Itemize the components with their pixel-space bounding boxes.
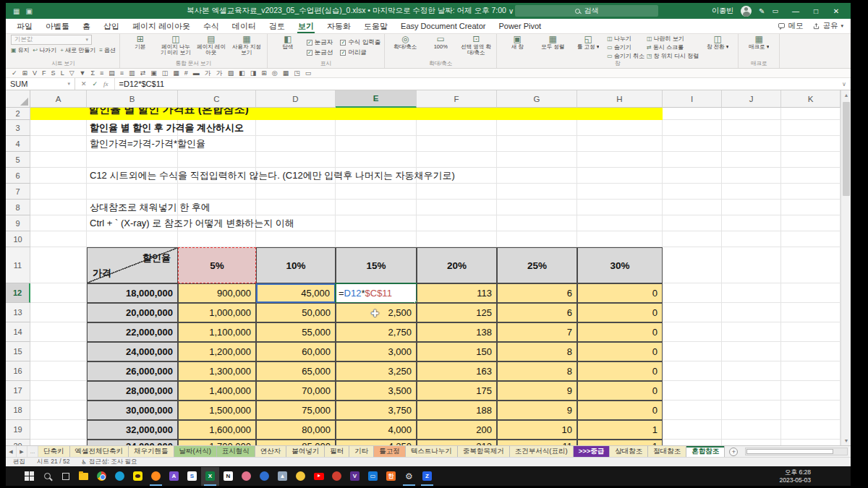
sheet-tab-필터[interactable]: 필터 [325, 446, 349, 457]
value-cell-C19[interactable]: 1,600,000 [178, 420, 256, 440]
row-header-18[interactable]: 18 [6, 401, 30, 420]
sheet-tab->>>중급[interactable]: >>>중급 [574, 446, 610, 457]
ribbon-button-창 위치 다시 정렬[interactable]: ◳창 위치 다시 정렬 [647, 52, 699, 60]
value-cell-C18[interactable]: 1,500,000 [178, 401, 256, 420]
sheet-tab-혼합참조[interactable]: 혼합참조 [686, 446, 725, 457]
qat-icon-20[interactable]: 가 [216, 70, 223, 77]
column-header-H[interactable]: H [577, 90, 663, 108]
menu-tab-자동화[interactable]: 자동화 [320, 19, 357, 33]
kakaotalk-icon[interactable] [129, 467, 147, 486]
price-cell-B12[interactable]: 18,000,000 [87, 283, 178, 303]
cell-A14[interactable] [30, 322, 87, 342]
cell-F5[interactable] [417, 152, 497, 168]
menu-tab-홈[interactable]: 홈 [76, 19, 97, 33]
cell-G6[interactable] [497, 168, 577, 184]
sheet-tab-틀고정[interactable]: 틀고정 [374, 446, 406, 457]
qat-icon-17[interactable]: # [184, 70, 188, 77]
app-purple-icon[interactable]: A [165, 467, 183, 486]
rate-header-10%[interactable]: 10% [256, 247, 336, 283]
cell-D6[interactable] [256, 168, 336, 184]
value-cell-H18[interactable]: 0 [577, 401, 663, 420]
value-cell-F14[interactable]: 138 [417, 322, 497, 342]
sheet-nav-next-icon[interactable]: ▶ [17, 446, 27, 457]
cell-A7[interactable] [30, 184, 87, 200]
ribbon-button-동시 스크롤[interactable]: ⇄동시 스크롤 [647, 43, 699, 51]
cell-K8[interactable] [781, 200, 841, 215]
app-s-icon[interactable]: S [183, 467, 201, 486]
cell-F3[interactable] [417, 120, 497, 136]
rate-header-25%[interactable]: 25% [497, 247, 577, 283]
value-cell-D14[interactable]: 55,000 [256, 322, 336, 342]
value-cell-C14[interactable]: 1,100,000 [178, 322, 256, 342]
cell-D3[interactable] [256, 120, 336, 136]
cell-I12[interactable] [663, 283, 722, 303]
qat-icon-6[interactable]: ▽ [69, 70, 75, 77]
value-cell-F20[interactable]: 213 [417, 440, 497, 445]
qat-icon-8[interactable]: Σ [90, 70, 95, 77]
cell-A15[interactable] [30, 342, 87, 361]
ribbon-button-매크로[interactable]: ▦매크로 ▾ [742, 35, 775, 50]
visual-studio-icon[interactable]: V [346, 467, 364, 486]
value-cell-D19[interactable]: 80,000 [256, 420, 336, 440]
column-header-G[interactable]: G [497, 90, 577, 108]
cell-D5[interactable] [256, 152, 336, 168]
excel-icon[interactable]: X [201, 467, 219, 486]
cell-J14[interactable] [722, 322, 781, 342]
cell-H4[interactable] [577, 136, 663, 152]
cell-K10[interactable] [781, 231, 841, 247]
row-header-15[interactable]: 15 [6, 342, 30, 361]
cell-C4[interactable] [178, 136, 256, 152]
cell-J10[interactable] [722, 231, 781, 247]
qat-icon-4[interactable]: S [51, 70, 56, 77]
sheet-tab-중복항목제거[interactable]: 중복항목제거 [458, 446, 510, 457]
row-header-8[interactable]: 8 [6, 200, 30, 215]
value-cell-F19[interactable]: 200 [417, 420, 497, 440]
ribbon-button-나가기[interactable]: ↩나가기 [33, 46, 57, 54]
sheet-view-select[interactable]: 기본값▾ [11, 35, 92, 45]
column-header-B[interactable]: B [87, 90, 178, 108]
sheet-tab-기타[interactable]: 기타 [349, 446, 374, 457]
row-header-11[interactable]: 11 [6, 247, 30, 283]
sheet-tab-날짜(서식)[interactable]: 날짜(서식) [174, 446, 217, 457]
row-header-10[interactable]: 10 [6, 231, 30, 247]
cell-F7[interactable] [417, 184, 497, 200]
remote-desktop-icon[interactable]: ▭ [364, 467, 382, 486]
cell-B9[interactable] [87, 215, 178, 231]
cell-A4[interactable] [30, 136, 87, 152]
row-header-14[interactable]: 14 [6, 322, 30, 342]
cell-G3[interactable] [497, 120, 577, 136]
menu-tab-아벨툴[interactable]: 아벨툴 [39, 19, 76, 33]
cell-K6[interactable] [781, 168, 841, 184]
cell-H5[interactable] [577, 152, 663, 168]
row-header-4[interactable]: 4 [6, 136, 30, 152]
cell-A13[interactable] [30, 303, 87, 322]
cell-B4[interactable] [87, 136, 178, 152]
comments-button[interactable]: 메모 [778, 21, 803, 31]
value-cell-G12[interactable]: 6 [497, 283, 577, 303]
cell-I18[interactable] [663, 401, 722, 420]
sheet-tab-엑셀전체단축키[interactable]: 엑셀전체단축키 [70, 446, 129, 457]
ribbon-button-페이지 나누기 미리 보기[interactable]: ◫페이지 나누기 미리 보기 [159, 35, 192, 56]
cell-J4[interactable] [722, 136, 781, 152]
qat-icon-13[interactable]: ⇄ [140, 70, 146, 77]
price-cell-B13[interactable]: 20,000,000 [87, 303, 178, 322]
cell-H7[interactable] [577, 184, 663, 200]
price-cell-B20[interactable]: 34,000,000 [87, 440, 178, 445]
cell-I7[interactable] [663, 184, 722, 200]
sheet-tab-텍스트나누기[interactable]: 텍스트나누기 [406, 446, 458, 457]
formula-edit-cell-E12[interactable]: =D12*$C$11 [335, 283, 417, 304]
cell-E8[interactable] [336, 200, 417, 215]
rate-header-15%[interactable]: 15% [336, 247, 417, 283]
row-header-17[interactable]: 17 [6, 381, 30, 401]
value-cell-G13[interactable]: 6 [497, 303, 577, 322]
cell-G7[interactable] [497, 184, 577, 200]
cell-C7[interactable] [178, 184, 256, 200]
title-caret-icon[interactable]: ∨ [509, 7, 514, 15]
value-cell-F13[interactable]: 125 [417, 303, 497, 322]
cell-A3[interactable] [30, 120, 87, 136]
cell-K5[interactable] [781, 152, 841, 168]
cell-J8[interactable] [722, 200, 781, 215]
column-header-F[interactable]: F [417, 90, 497, 108]
cell-I6[interactable] [663, 168, 722, 184]
qat-icon-2[interactable]: V [33, 70, 37, 77]
